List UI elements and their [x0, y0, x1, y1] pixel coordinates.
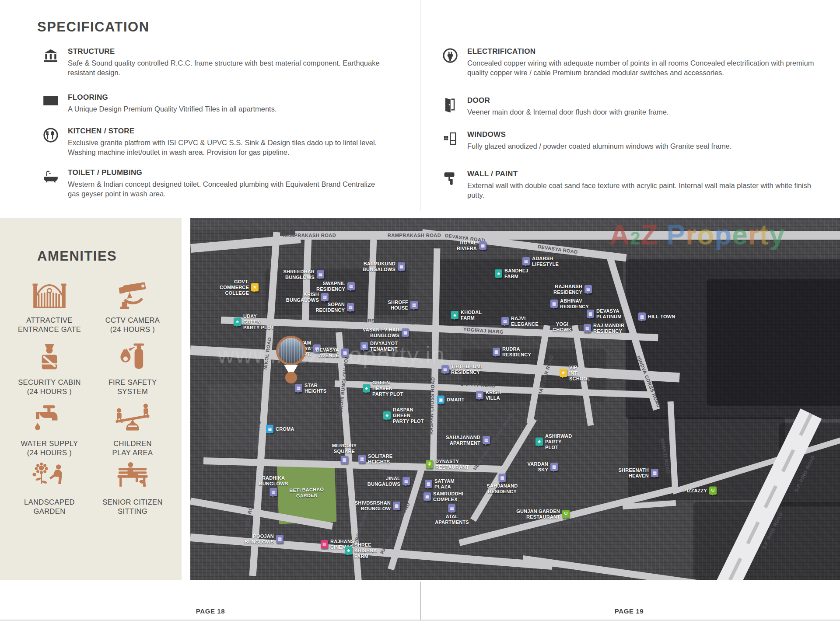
- window-icon: [441, 130, 459, 151]
- spec-text: Veener main door & Internal door flush d…: [467, 107, 819, 117]
- map-place-hill-town: ▦HILL TOWN: [638, 313, 676, 321]
- map-place-sahjanand-residency: ▦SAHJANAND RESIDENCY: [487, 474, 518, 495]
- location-map: BETI BACHAO GARDEN www.A2ZProperty.in A2…: [190, 218, 840, 580]
- map-place-balmukund-bungalows: BALMUKUND BUNGALOWS▦: [363, 261, 405, 272]
- map-place-label: DEVASYA AVENUE: [316, 347, 339, 359]
- map-place-label: KRISH BUNGALOWS: [286, 292, 319, 303]
- amenity-security-cabin: SECURITY CABIN (24 HOURS ): [8, 337, 91, 397]
- spec-item-wall-paint: WALL / PAINT External wall with double c…: [441, 170, 826, 200]
- map-place-shroff-house: SHROFF HOUSE▦: [388, 300, 418, 311]
- map-place-dmart: ▣DMART: [437, 396, 465, 404]
- spec-heading: TOILET / PLUMBING: [68, 168, 381, 177]
- map-place-label: JINAL BUNGALOWS: [368, 476, 400, 487]
- paint-roller-icon: [441, 170, 459, 200]
- map-place-radhika-bunglows: RADHIKA BUNGLOWS▦: [259, 475, 288, 496]
- park-marker-icon: ♣: [234, 318, 241, 326]
- map-place-label: VARDAN SKY: [528, 461, 548, 473]
- map-place-label: SAMRUDDHI COMPLEX: [433, 491, 463, 502]
- logo-letter: y: [769, 219, 785, 251]
- restaurant-marker-icon: Ψ: [709, 487, 717, 495]
- map-place-label: POOJAN BUNGLOWS: [245, 533, 274, 545]
- map-place-yogi-chowk: YOGI CHOWK: [553, 321, 572, 333]
- map-place-rajhansh-residency: RAJHANSH RESIDENCY▦: [553, 284, 592, 295]
- amenities-title: AMENITIES: [37, 248, 117, 264]
- map-place-atal-apartments: ▦ATAL APARTMENTS: [435, 504, 469, 525]
- logo-letter: 2: [630, 228, 640, 248]
- map-place-label: RAJHANSH RESIDENCY: [553, 284, 582, 295]
- security-guard-icon: [8, 337, 91, 374]
- map-place-solitare-heights: ▦SOLITARE HEIGHTS: [358, 453, 392, 465]
- amenity-label: CCTV CAMERA (24 HOURS ): [91, 316, 174, 335]
- map-place-gunjan-garden-restaurant: GUNJAN GARDEN RESTAURANTΨ: [516, 509, 570, 520]
- building-marker-icon: ▦: [584, 286, 592, 294]
- map-place-khodal-farm: ♣KHODAL FARM: [451, 310, 482, 321]
- map-place-label: SOLITARE HEIGHTS: [368, 453, 392, 465]
- amenity-children-play-area: CHILDREN PLAY AREA: [91, 398, 174, 458]
- spec-item-toilet-plumbing: TOILET / PLUMBING Western & Indian conce…: [42, 168, 383, 199]
- spec-text: Concealed copper wiring with adequate nu…: [467, 58, 819, 77]
- logo-letter: Z: [641, 219, 658, 251]
- map-place-label: DEVASYA PLATINUM: [596, 308, 622, 320]
- map-place-raj-mandir-residency: ▦RAJ MANDIR RESIDENCY: [584, 323, 624, 334]
- building-marker-icon: ▦: [522, 258, 530, 266]
- building-marker-icon: ▦: [441, 366, 449, 374]
- building-marker-icon: ▦: [550, 300, 558, 308]
- spec-heading: WINDOWS: [467, 130, 819, 139]
- park-marker-icon: ♣: [495, 270, 502, 278]
- park-marker-icon: ♣: [345, 547, 352, 555]
- map-place-devasya-avenue: DEVASYA AVENUE▦: [316, 347, 349, 359]
- building-marker-icon: ▦: [493, 348, 500, 356]
- building-marker-icon: ▦: [358, 455, 366, 464]
- door-icon: [441, 96, 459, 117]
- map-place-label: ADARSH LIFESTYLE: [532, 256, 559, 267]
- map-place-label: CROMA: [276, 426, 294, 432]
- building-marker-icon: ▦: [393, 502, 400, 510]
- amenity-senior-citizen-sitting: SENIOR CITIZEN SITTING: [91, 457, 174, 516]
- amenity-label: WATER SUPPLY (24 HOURS ): [8, 439, 91, 458]
- logo-letter: A: [609, 219, 630, 251]
- map-place-adarsh-lifestyle: ▦ADARSH LIFESTYLE: [522, 256, 559, 267]
- water-tap-icon: [8, 398, 91, 436]
- spec-heading: DOOR: [467, 96, 819, 105]
- amenity-label: LANDSCAPED GARDEN: [8, 498, 91, 516]
- building-marker-icon: ▦: [410, 301, 418, 310]
- map-place-sahajanand-apartment: SAHAJANAND APARTMENT▦: [446, 435, 490, 446]
- map-place-star-heights: ▦STAR HEIGHTS: [295, 383, 326, 394]
- spec-text: External wall with double coat sand face…: [467, 181, 819, 200]
- building-marker-icon: ▦: [402, 329, 409, 337]
- map-place-label: KRISH VILLA: [486, 390, 501, 401]
- building-marker-icon: ▦: [347, 282, 355, 291]
- shop-marker-icon: ▣: [266, 425, 273, 433]
- logo-letter: p: [714, 219, 732, 251]
- building-marker-icon: ▦: [651, 469, 658, 478]
- map-place-label: GOVT. COMMERCE COLLEGE: [220, 279, 249, 296]
- bricks-icon: [42, 93, 60, 114]
- bathtub-icon: [42, 168, 60, 199]
- building-marker-icon: ▦: [340, 456, 348, 464]
- building-marker-icon: ▦: [584, 324, 591, 333]
- map-place-green-heaven-party-plot: ♣GREEN HEAVEN PARTY PLOT: [363, 380, 403, 397]
- spec-item-windows: WINDOWS Fully glazed anodized / powder c…: [441, 130, 826, 151]
- map-place-bandhej-farm: ♣BANDHEJ FARM: [495, 268, 528, 279]
- map-place-label: ROYAL RIVIERA: [457, 240, 477, 251]
- school-marker-icon: ★: [560, 369, 567, 377]
- map-place-label: DMART: [447, 397, 465, 403]
- logo-letter: o: [697, 219, 714, 251]
- shop-marker-icon: ▣: [437, 396, 444, 404]
- map-place-label: RASPAN GREEN PARTY PLOT: [393, 407, 424, 424]
- map-terrain-patch: [707, 279, 840, 406]
- amenity-label: FIRE SAFETY SYSTEM: [91, 378, 174, 397]
- building-marker-icon: ▦: [295, 384, 302, 393]
- map-place-uday-green-party-plot: ♣UDAY GREEN PARTY PLOT: [234, 314, 274, 331]
- map-place-pizzazzy: PIZZAZZYΨ: [683, 487, 717, 495]
- map-place-tirthbhumi-residency: ▦TIRTHBHUMI RESIDENCY: [441, 364, 482, 375]
- spec-text: Fully glazed anodized / powder coated al…: [467, 141, 819, 151]
- a2z-property-logo: A2Z Property: [609, 219, 785, 251]
- map-place-label: RAJ MANDIR RESIDENCY: [593, 323, 624, 334]
- spec-text: A Unique Design Premium Quality Vitrifie…: [68, 104, 381, 114]
- map-place-label: VASANT VIHAR BUNGLOWS: [363, 327, 399, 338]
- bench-icon: [91, 457, 174, 494]
- map-place-mercury-square: MERCURY SQUARE▦: [332, 443, 357, 464]
- map-place-rajvi-elegance: ▦RAJVI ELEGANCE: [501, 316, 539, 327]
- map-place-label: RADHIKA BUNGLOWS: [259, 475, 288, 487]
